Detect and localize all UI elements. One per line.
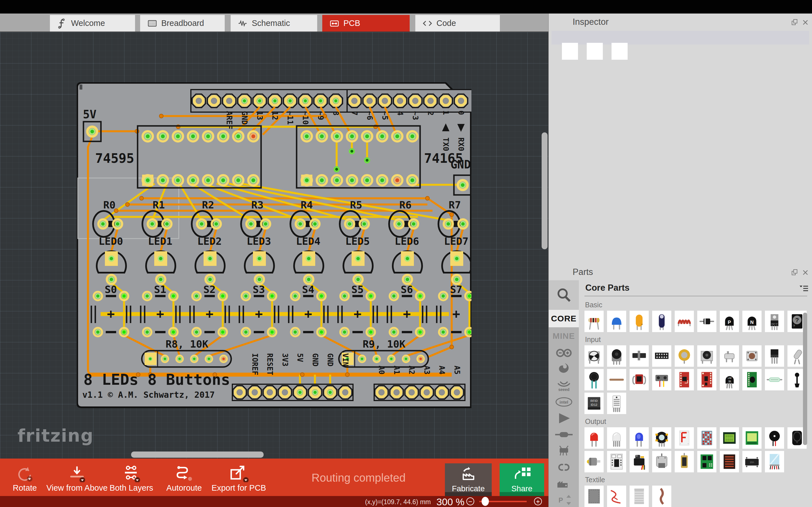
part-heating-pad[interactable]: [720, 451, 739, 472]
parts-bin-seeed[interactable]: seeed: [549, 378, 579, 394]
part-pushbutton[interactable]: [742, 345, 762, 367]
parts-bin-arduino[interactable]: [549, 345, 579, 361]
svg-text:~5: ~5: [380, 111, 389, 120]
part-led-holder[interactable]: [652, 427, 671, 449]
part-force-sensor[interactable]: [585, 369, 604, 390]
part-rotary-encoder[interactable]: [697, 345, 716, 367]
part-red-led[interactable]: [585, 427, 604, 449]
part-voltage-regulator[interactable]: [765, 345, 784, 367]
part-slide-potentiometer[interactable]: [629, 345, 649, 367]
part-rfid-reader[interactable]: RFIDID12: [585, 393, 604, 414]
part-inductor[interactable]: [675, 311, 694, 332]
part-h-bridge-board[interactable]: [697, 451, 716, 472]
export-for-pcb-button[interactable]: Export for PCB: [206, 464, 271, 493]
part-tantalum-capacitor[interactable]: [652, 311, 671, 332]
parts-bin-ct[interactable]: [549, 459, 579, 475]
tab-code[interactable]: Code: [415, 15, 500, 32]
part-distance-sensor[interactable]: [652, 369, 671, 390]
parts-bin-snootlab[interactable]: [549, 475, 579, 492]
part-flex-sensor[interactable]: [607, 369, 626, 390]
parts-bin-intel[interactable]: intel: [549, 394, 579, 410]
part-ceramic-capacitor[interactable]: [607, 311, 626, 332]
conductive-thread-spool-icon: [654, 487, 670, 506]
part-stepper-motor[interactable]: [652, 451, 671, 472]
part-woven-conductive-fabric[interactable]: [629, 486, 649, 507]
horizontal-scrollbar[interactable]: [131, 452, 264, 458]
part-micro-switch[interactable]: [720, 345, 739, 367]
part-temperature-sensor[interactable]: LM35: [720, 369, 739, 390]
part-trimmer-potentiometer[interactable]: [585, 345, 604, 367]
status-bar: (x,y)=(109.7, 44.6) mm 300 % − +: [0, 496, 548, 507]
part-blue-led[interactable]: [629, 427, 649, 449]
close-icon[interactable]: [802, 269, 809, 276]
zoom-in-button[interactable]: +: [534, 497, 542, 505]
parts-bin-core[interactable]: CORE: [549, 310, 579, 327]
part-compass-breakout[interactable]: [697, 369, 716, 390]
part-accelerometer-breakout[interactable]: [675, 369, 694, 390]
bin-menu-icon[interactable]: [799, 284, 809, 294]
share-button[interactable]: Share: [500, 463, 544, 496]
svg-text:R2: R2: [202, 199, 214, 211]
part-dc-motor[interactable]: [585, 451, 604, 472]
pcb-canvas[interactable]: AREFGND1312~11~10~987~6~54~3210TX0RX05VG…: [0, 32, 548, 459]
part-reed-switch[interactable]: [765, 369, 784, 390]
part-resistor[interactable]: [585, 311, 604, 332]
parts-bin-picaxe[interactable]: [549, 443, 579, 459]
part-servo-motor[interactable]: [629, 451, 649, 472]
svg-text:R8, 10K: R8, 10K: [165, 338, 208, 350]
part-character-lcd[interactable]: [720, 427, 739, 449]
zoom-slider-knob[interactable]: [481, 497, 489, 506]
svg-text:S4: S4: [302, 284, 314, 295]
parts-search-button[interactable]: [549, 280, 579, 310]
part-relay-module[interactable]: 10A: [742, 451, 762, 472]
part-lcd-panel[interactable]: [765, 451, 784, 472]
part-rgb-led[interactable]: [607, 427, 626, 449]
svg-text:intel: intel: [559, 400, 568, 404]
parts-scrollbar[interactable]: [803, 313, 807, 445]
analog-header[interactable]: [374, 384, 465, 400]
svg-text:74595: 74595: [95, 151, 134, 166]
part-conductive-thread-red[interactable]: [607, 486, 626, 507]
power-header[interactable]: [232, 384, 353, 400]
parts-bin-propeller-arrows[interactable]: P: [549, 492, 579, 507]
part-dip-switch[interactable]: [652, 345, 671, 367]
svg-text:S7: S7: [450, 284, 462, 295]
part-seven-segment-display[interactable]: [675, 427, 694, 449]
part-graphic-lcd[interactable]: [742, 427, 762, 449]
part-solenoid[interactable]: [675, 451, 694, 472]
part-motor-driver-board[interactable]: [607, 451, 626, 472]
part-gas-sensor-board[interactable]: [742, 369, 762, 390]
digital-header[interactable]: [191, 90, 471, 112]
part-rotary-potentiometer[interactable]: [607, 345, 626, 367]
parts-bin-sparkfun[interactable]: [549, 361, 579, 378]
zoom-out-button[interactable]: −: [466, 497, 474, 505]
tab-welcome[interactable]: Welcome: [50, 15, 135, 32]
tab-breadboard[interactable]: Breadboard: [140, 15, 225, 32]
parts-bin-mine[interactable]: MINE: [549, 327, 579, 345]
part-npn-transistor[interactable]: N: [742, 311, 762, 332]
tab-schematic[interactable]: Schematic: [231, 15, 317, 32]
inspector-selection-bar: [552, 31, 809, 45]
part-photo-interrupter[interactable]: [629, 369, 649, 390]
tab-pcb[interactable]: PCB: [322, 15, 410, 32]
svg-text:LED7: LED7: [444, 235, 469, 247]
parts-bin-title: Core Parts: [585, 283, 629, 293]
part-conductive-fabric[interactable]: [585, 486, 604, 507]
parts-bin-component[interactable]: [549, 427, 579, 443]
parts-bin-parallax[interactable]: [549, 410, 579, 427]
part-diode[interactable]: [697, 311, 716, 332]
part-piezo-buzzer[interactable]: [765, 427, 784, 449]
part-conductive-thread-spool[interactable]: [652, 486, 671, 507]
vertical-scrollbar[interactable]: [542, 132, 548, 249]
pcb-board[interactable]: AREFGND1312~11~10~987~6~54~3210TX0RX05VG…: [77, 82, 471, 440]
fabricate-button[interactable]: Fabricate: [445, 463, 492, 496]
part-humidity-sensor[interactable]: [607, 393, 626, 414]
part-mosfet[interactable]: FET P: [765, 311, 784, 332]
part-led-matrix[interactable]: [697, 427, 716, 449]
float-icon[interactable]: [791, 269, 799, 276]
float-icon[interactable]: [791, 18, 799, 26]
part-piezo-sensor[interactable]: [675, 345, 694, 367]
part-electrolytic-capacitor[interactable]: +: [629, 311, 649, 332]
close-icon[interactable]: [802, 18, 809, 26]
part-pnp-transistor[interactable]: P: [720, 311, 739, 332]
